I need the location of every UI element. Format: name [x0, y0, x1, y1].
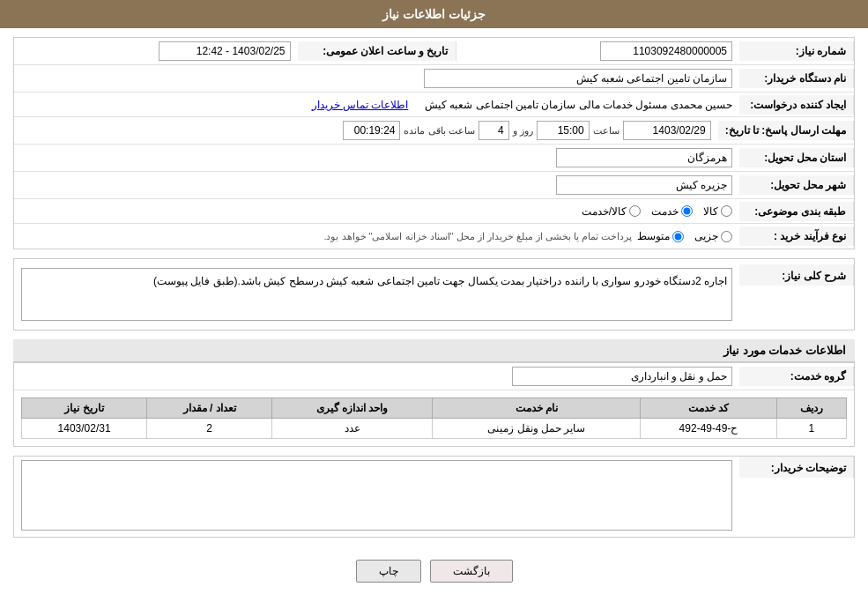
deadline-time-label: ساعت — [593, 125, 619, 137]
need-number-label: شماره نیاز: — [739, 41, 854, 61]
services-section-title: اطلاعات خدمات مورد نیاز — [13, 339, 855, 362]
description-value-cell: اجاره 2دستگاه خودرو سواری با راننده دراخ… — [14, 264, 739, 324]
announcement-date-label: تاریخ و ساعت اعلان عمومی: — [298, 41, 456, 61]
buyer-notes-section: توضیحات خریدار: — [13, 456, 855, 538]
deadline-remaining-label: ساعت باقی مانده — [404, 125, 474, 137]
province-input[interactable] — [556, 148, 732, 167]
buyer-notes-row: توضیحات خریدار: — [14, 457, 854, 537]
services-table-wrapper: ردیف کد خدمت نام خدمت واحد اندازه گیری ت… — [14, 390, 854, 446]
creator-value: حسین محمدی مسئول خدمات مالی سازمان تامین… — [425, 99, 732, 111]
col-unit: واحد اندازه گیری — [272, 398, 433, 419]
purchase-type-radio-jozyi[interactable] — [721, 231, 732, 242]
purchase-type-mottavasset[interactable]: متوسط — [637, 230, 684, 242]
deadline-label: مهلت ارسال پاسخ: تا تاریخ: — [718, 121, 854, 140]
purchase-type-label: نوع فرآیند خرید : — [739, 227, 854, 246]
top-info-section: شماره نیاز: تاریخ و ساعت اعلان عمومی: نا… — [13, 37, 855, 249]
need-number-value-cell — [456, 38, 740, 64]
deadline-remaining-input[interactable] — [343, 121, 400, 140]
category-option-khadamat[interactable]: خدمت — [651, 205, 693, 218]
col-code: کد خدمت — [641, 398, 776, 419]
services-section: گروه خدمت: ردیف کد خدمت نام خدمت واحد ان… — [13, 362, 855, 447]
deadline-date-input[interactable] — [623, 121, 711, 140]
city-label: شهر محل تحویل: — [739, 175, 854, 195]
buyer-notes-label: توضیحات خریدار: — [739, 457, 854, 478]
service-group-value-cell — [14, 363, 739, 390]
announcement-date-input[interactable] — [159, 41, 291, 61]
purchase-type-note: پرداخت تمام یا بخشی از مبلغ خریدار از مح… — [323, 231, 632, 242]
content-area: شماره نیاز: تاریخ و ساعت اعلان عمومی: نا… — [0, 28, 868, 605]
province-value-cell — [14, 145, 739, 171]
table-header-row: ردیف کد خدمت نام خدمت واحد اندازه گیری ت… — [22, 398, 847, 419]
deadline-value-cell: ساعت روز و ساعت باقی مانده — [14, 117, 718, 144]
deadline-day-input[interactable] — [479, 121, 509, 140]
category-label: طبقه بندی موضوعی: — [739, 202, 854, 221]
description-text: اجاره 2دستگاه خودرو سواری با راننده دراخ… — [21, 268, 732, 321]
services-table: ردیف کد خدمت نام خدمت واحد اندازه گیری ت… — [21, 397, 847, 439]
buyer-org-label: نام دستگاه خریدار: — [739, 69, 854, 88]
col-quantity: تعداد / مقدار — [147, 398, 272, 419]
button-bar: بازگشت چاپ — [13, 546, 855, 596]
city-row: شهر محل تحویل: — [14, 172, 854, 199]
col-date: تاریخ نیاز — [22, 398, 147, 419]
service-group-row: گروه خدمت: — [14, 363, 854, 390]
purchase-type-radio-mottavasset[interactable] — [672, 231, 684, 242]
creator-value-cell: حسین محمدی مسئول خدمات مالی سازمان تامین… — [14, 95, 739, 115]
service-group-input[interactable] — [512, 367, 732, 386]
category-option-kala[interactable]: کالا — [703, 205, 732, 218]
back-button[interactable]: بازگشت — [430, 560, 513, 583]
purchase-type-jozyi[interactable]: جزیی — [694, 230, 732, 242]
category-radio-both[interactable] — [629, 205, 641, 217]
description-label: شرح کلی نیاز: — [739, 264, 854, 286]
deadline-datetime: ساعت روز و ساعت باقی مانده — [343, 121, 710, 140]
city-value-cell — [14, 172, 739, 198]
province-row: استان محل تحویل: — [14, 145, 854, 172]
buyer-org-row: نام دستگاه خریدار: — [14, 65, 854, 93]
col-name: نام خدمت — [433, 398, 641, 419]
purchase-type-value-cell: جزیی متوسط پرداخت تمام یا بخشی از مبلغ خ… — [14, 227, 739, 246]
creator-row: ایجاد کننده درخواست: حسین محمدی مسئول خد… — [14, 93, 854, 117]
main-container: جزئیات اطلاعات نیاز شماره نیاز: تاریخ و … — [0, 0, 868, 609]
need-number-row: شماره نیاز: تاریخ و ساعت اعلان عمومی: — [14, 38, 854, 65]
category-radio-group: کالا خدمت کالا/خدمت — [582, 205, 732, 218]
buyer-notes-value-cell — [14, 457, 739, 537]
table-row: 1ح-49-49-492سایر حمل ونقل زمینیعدد21403/… — [22, 419, 847, 439]
buyer-org-input[interactable] — [424, 69, 732, 88]
category-value-cell: کالا خدمت کالا/خدمت — [14, 202, 739, 221]
category-option-both[interactable]: کالا/خدمت — [582, 205, 641, 218]
description-row: شرح کلی نیاز: اجاره 2دستگاه خودرو سواری … — [14, 259, 854, 330]
service-group-label: گروه خدمت: — [739, 367, 854, 386]
need-number-input[interactable] — [600, 41, 732, 61]
deadline-row: مهلت ارسال پاسخ: تا تاریخ: ساعت روز و سا… — [14, 117, 854, 145]
buyer-org-value-cell — [14, 65, 739, 92]
creator-label: ایجاد کننده درخواست: — [739, 95, 854, 115]
description-section: شرح کلی نیاز: اجاره 2دستگاه خودرو سواری … — [13, 258, 855, 330]
page-header: جزئیات اطلاعات نیاز — [0, 0, 868, 28]
creator-link[interactable]: اطلاعات تماس خریدار — [312, 99, 409, 111]
category-radio-kala[interactable] — [721, 205, 732, 217]
city-input[interactable] — [556, 175, 732, 195]
category-radio-khadamat[interactable] — [681, 205, 693, 217]
buyer-notes-textarea[interactable] — [21, 460, 732, 531]
page-title: جزئیات اطلاعات نیاز — [382, 7, 486, 21]
announcement-date-value-cell — [14, 38, 298, 64]
col-row: ردیف — [776, 398, 846, 419]
deadline-time-input[interactable] — [537, 121, 590, 140]
purchase-type-row: نوع فرآیند خرید : جزیی متوسط پرداخت تمام… — [14, 224, 854, 249]
category-row: طبقه بندی موضوعی: کالا خدمت — [14, 199, 854, 224]
print-button[interactable]: چاپ — [356, 560, 421, 583]
province-label: استان محل تحویل: — [739, 148, 854, 167]
deadline-day-label: روز و — [513, 125, 533, 137]
purchase-type-radio-group: جزیی متوسط — [637, 230, 732, 242]
